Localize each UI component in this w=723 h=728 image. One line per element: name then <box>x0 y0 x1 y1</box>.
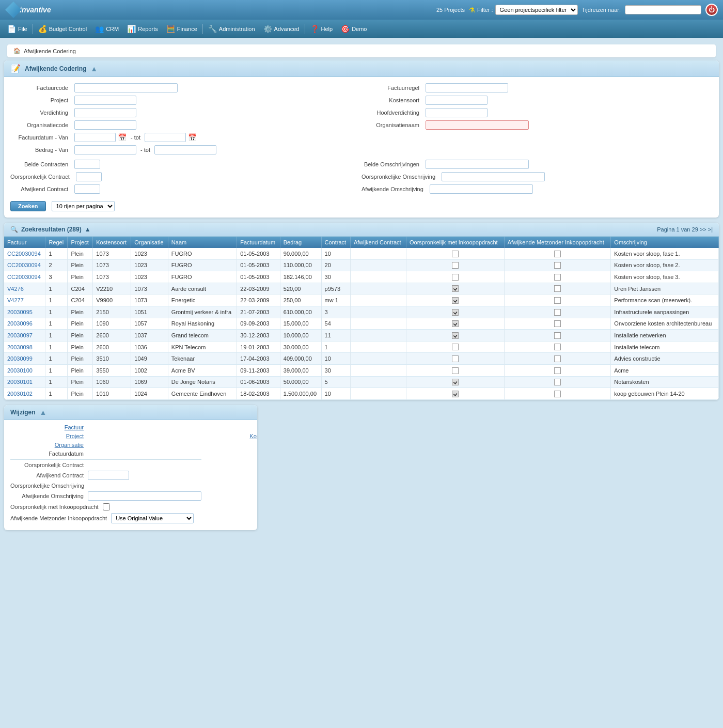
search-button[interactable]: Zoeken <box>10 201 46 211</box>
factuur-link[interactable]: CC20030094 <box>7 274 41 280</box>
oorspr-inkoopopdracht-checkbox[interactable] <box>452 355 459 362</box>
nav-item-advanced[interactable]: ⚙️ Advanced <box>259 23 304 35</box>
oorspr-inkoopopdracht-checkbox[interactable] <box>452 391 459 397</box>
oorspr-inkoopopdracht-checkbox[interactable] <box>452 332 459 339</box>
table-row[interactable]: 200300961Plein10901057Royal Haskoning09-… <box>4 318 719 330</box>
oorspronkelijk-contract-input[interactable] <box>76 172 102 181</box>
oorspr-inkoopopdracht-checkbox[interactable] <box>452 262 459 269</box>
organisatienaam-input[interactable] <box>426 120 529 130</box>
factuurdatum-tot-input[interactable] <box>145 133 186 142</box>
wij-organisatie-label[interactable]: Organisatie <box>10 442 88 448</box>
afw-metzonder-checkbox[interactable] <box>554 251 561 257</box>
factuur-link[interactable]: 20030096 <box>7 320 33 327</box>
wij-afwijkende-omschrijving-input[interactable] <box>88 491 201 501</box>
table-row[interactable]: 200300951Plein21501051Grontmij verkeer &… <box>4 306 719 318</box>
table-row[interactable]: CC200300942Plein10731023FUGRO01-05-20031… <box>4 259 719 271</box>
table-row[interactable]: V42761C204V22101073Aarde consult22-03-20… <box>4 283 719 295</box>
oorspr-inkoopopdracht-checkbox[interactable] <box>452 285 459 292</box>
bedrag-van-input[interactable] <box>74 145 136 154</box>
oorspr-inkoopopdracht-checkbox[interactable] <box>452 274 459 281</box>
factuurcode-input[interactable] <box>74 83 178 92</box>
afwijkend-contract-input[interactable] <box>74 184 100 194</box>
search-panel-collapse[interactable]: ▲ <box>90 65 98 73</box>
home-icon[interactable]: 🏠 <box>13 48 21 54</box>
factuur-link[interactable]: 20030100 <box>7 367 33 374</box>
hoofdverdichting-input[interactable] <box>426 108 488 117</box>
results-collapse[interactable]: ▲ <box>85 226 91 233</box>
wij-kostensoort-label[interactable]: Kostensoort <box>207 433 257 439</box>
factuur-link[interactable]: 20030098 <box>7 344 33 350</box>
wij-oorspr-inkoopopdracht-checkbox[interactable] <box>103 503 110 510</box>
nav-item-finance[interactable]: 🧮 Finance <box>162 23 201 35</box>
afw-metzonder-checkbox[interactable] <box>554 391 561 397</box>
table-row[interactable]: 200301021Plein10101024Gemeente Eindhoven… <box>4 388 719 400</box>
wij-project-label[interactable]: Project <box>10 433 88 439</box>
afw-metzonder-checkbox[interactable] <box>554 297 561 304</box>
nav-item-reports[interactable]: 📊 Reports <box>123 23 162 35</box>
verdichting-input[interactable] <box>74 108 136 117</box>
oorspr-inkoopopdracht-checkbox[interactable] <box>452 367 459 374</box>
wij-afwijkend-contract-input[interactable] <box>88 471 129 480</box>
time-input[interactable] <box>625 5 701 14</box>
table-row[interactable]: 200300991Plein35101049Tekenaar17-04-2003… <box>4 353 719 365</box>
afw-metzonder-checkbox[interactable] <box>554 367 561 374</box>
bedrag-tot-input[interactable] <box>154 145 216 154</box>
oorspr-inkoopopdracht-checkbox[interactable] <box>452 320 459 327</box>
factuur-link[interactable]: 20030095 <box>7 309 33 315</box>
nav-item-help[interactable]: ❓ Help <box>306 23 337 35</box>
oorspr-inkoopopdracht-checkbox[interactable] <box>452 297 459 304</box>
calendar-van-icon[interactable]: 📅 <box>118 133 127 142</box>
factuur-link[interactable]: CC20030094 <box>7 251 41 257</box>
factuur-link[interactable]: V4276 <box>7 286 24 292</box>
wij-afw-metzonder-select[interactable]: Use Original Value Option 1 Option 2 <box>111 513 194 523</box>
afw-metzonder-checkbox[interactable] <box>554 320 561 327</box>
table-row[interactable]: 200300971Plein26001037Grand telecom30-12… <box>4 330 719 342</box>
project-input[interactable] <box>74 96 136 105</box>
rows-per-page-select[interactable]: 10 rijen per pagina <box>52 201 115 211</box>
beide-contracten-input[interactable] <box>74 160 100 169</box>
factuurdatum-van-input[interactable] <box>74 133 116 142</box>
organisatiecode-input[interactable] <box>74 120 136 130</box>
afw-metzonder-checkbox[interactable] <box>554 379 561 385</box>
filter-select[interactable]: Geen projectspecifiek filter <box>495 5 578 15</box>
power-button[interactable]: ⏻ <box>705 4 718 16</box>
oorspr-inkoopopdracht-checkbox[interactable] <box>452 344 459 350</box>
table-row[interactable]: CC200300943Plein10731023FUGRO01-05-20031… <box>4 271 719 283</box>
table-row[interactable]: V42771C204V99001073Energetic22-03-200925… <box>4 295 719 306</box>
factuur-link[interactable]: 20030097 <box>7 332 33 338</box>
cell-organisatie: 1023 <box>131 248 168 259</box>
nav-item-administration[interactable]: 🔧 Administration <box>204 23 259 35</box>
afw-metzonder-checkbox[interactable] <box>554 344 561 350</box>
oorspronkelijke-omschrijving-input[interactable] <box>442 172 545 181</box>
beide-omschrijvingen-input[interactable] <box>426 160 529 169</box>
table-row[interactable]: CC200300941Plein10731023FUGRO01-05-20039… <box>4 248 719 259</box>
afw-metzonder-checkbox[interactable] <box>554 274 561 281</box>
afw-metzonder-checkbox[interactable] <box>554 285 561 292</box>
afw-metzonder-checkbox[interactable] <box>554 309 561 316</box>
oorspr-inkoopopdracht-checkbox[interactable] <box>452 309 459 316</box>
oorspr-inkoopopdracht-checkbox[interactable] <box>452 251 459 257</box>
afwijkende-omschrijving-input[interactable] <box>430 184 533 194</box>
factuur-link[interactable]: 20030099 <box>7 355 33 362</box>
table-row[interactable]: 200301001Plein35501002Acme BV09-11-20033… <box>4 364 719 376</box>
factuur-link[interactable]: 20030101 <box>7 379 33 385</box>
nav-item-file[interactable]: 📄 File <box>3 23 32 35</box>
calendar-tot-icon[interactable]: 📅 <box>188 133 197 142</box>
factuur-link[interactable]: CC20030094 <box>7 262 41 268</box>
afw-metzonder-checkbox[interactable] <box>554 355 561 362</box>
nav-item-demo[interactable]: 🎯 Demo <box>337 23 371 35</box>
cell-kostensoort: 1090 <box>93 318 131 330</box>
oorspr-inkoopopdracht-checkbox[interactable] <box>452 379 459 385</box>
table-row[interactable]: 200300981Plein26001036KPN Telecom19-01-2… <box>4 341 719 353</box>
factuurregel-input[interactable] <box>426 83 508 92</box>
wijzigen-collapse[interactable]: ▲ <box>40 408 47 416</box>
kostensoort-input[interactable] <box>426 96 488 105</box>
wij-factuur-label[interactable]: Factuur <box>10 424 88 430</box>
factuur-link[interactable]: 20030102 <box>7 391 33 397</box>
afw-metzonder-checkbox[interactable] <box>554 262 561 269</box>
factuur-link[interactable]: V4277 <box>7 297 24 303</box>
afw-metzonder-checkbox[interactable] <box>554 332 561 339</box>
nav-item-crm[interactable]: 👥 CRM <box>91 23 123 35</box>
table-row[interactable]: 200301011Plein10601069De Jonge Notaris01… <box>4 376 719 388</box>
nav-item-budget-control[interactable]: 💰 Budget Control <box>34 23 91 35</box>
